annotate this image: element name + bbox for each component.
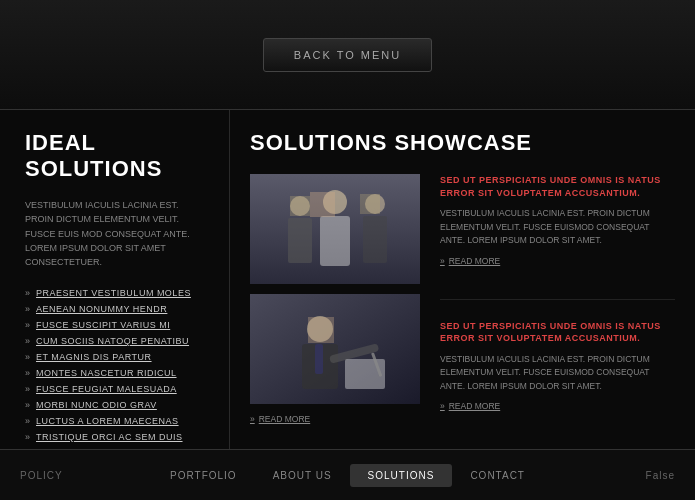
link-5[interactable]: ET MAGNIS DIS PARTUR [36,352,152,362]
intro-text: VESTIBULUM IACULIS LACINIA EST. PROIN DI… [25,198,209,270]
list-item: » PRAESENT VESTIBULUM MOLES [25,288,209,298]
nav-about[interactable]: ABOUT US [255,465,350,486]
list-item: » FUSCE SUSCIPIT VARIUS MI [25,320,209,330]
nav-contact[interactable]: CONTACT [452,465,543,486]
list-item: » MORBI NUNC ODIO GRAV [25,400,209,410]
showcase-item-2-heading: SED UT PERSPICIATIS UNDE OMNIS IS NATUS … [440,320,675,345]
link-1[interactable]: PRAESENT VESTIBULUM MOLES [36,288,191,298]
arrow-icon: » [25,352,30,362]
svg-rect-3 [320,216,350,266]
showcase-text-col: SED UT PERSPICIATIS UNDE OMNIS IS NATUS … [440,174,675,424]
svg-rect-9 [290,196,310,216]
chevron-icon: » [440,401,445,411]
link-9[interactable]: LUCTUS A LOREM MAECENAS [36,416,179,426]
chevron-icon: » [440,256,445,266]
nav-portfolio[interactable]: PORTFOLIO [152,465,255,486]
bottom-nav: POLICY PORTFOLIO ABOUT US SOLUTIONS CONT… [0,450,695,500]
chevron-icon: » [250,414,255,424]
showcase-grid: » READ MORE SED UT PERSPICIATIS UNDE OMN… [250,174,675,424]
left-panel-title: IDEAL SOLUTIONS [25,130,209,183]
right-panel: SOLUTIONS SHOWCASE [230,110,695,449]
main-content: IDEAL SOLUTIONS VESTIBULUM IACULIS LACIN… [0,110,695,450]
showcase-item-2-body: VESTIBULUM IACULIS LACINIA EST. PROIN DI… [440,353,675,394]
arrow-icon: » [25,416,30,426]
read-more-bottom[interactable]: » READ MORE [250,414,420,424]
link-4[interactable]: CUM SOCIIS NATOQE PENATIBU [36,336,189,346]
nav-items: PORTFOLIO ABOUT US SOLUTIONS CONTACT [80,464,615,487]
showcase-item-1-body: VESTIBULUM IACULIS LACINIA EST. PROIN DI… [440,207,675,248]
showcase-images: » READ MORE [250,174,420,424]
link-7[interactable]: FUSCE FEUGIAT MALESUADA [36,384,177,394]
left-panel: IDEAL SOLUTIONS VESTIBULUM IACULIS LACIN… [0,110,230,449]
right-panel-title: SOLUTIONS SHOWCASE [250,130,675,156]
showcase-image-1 [250,174,420,284]
showcase-item-1-heading: SED UT PERSPICIATIS UNDE OMNIS IS NATUS … [440,174,675,199]
nav-policy[interactable]: POLICY [20,470,80,481]
link-10[interactable]: TRISTIQUE ORCI AC SEM DUIS [36,432,183,442]
read-more-1[interactable]: » READ MORE [440,256,675,266]
arrow-icon: » [25,432,30,442]
arrow-icon: » [25,336,30,346]
divider [440,299,675,300]
link-8[interactable]: MORBI NUNC ODIO GRAV [36,400,157,410]
nav-solutions[interactable]: SOLUTIONS [350,464,453,487]
svg-rect-10 [360,194,380,214]
arrow-icon: » [25,384,30,394]
read-more-2[interactable]: » READ MORE [440,401,675,411]
link-3[interactable]: FUSCE SUSCIPIT VARIUS MI [36,320,170,330]
arrow-icon: » [25,400,30,410]
list-item: » TRISTIQUE ORCI AC SEM DUIS [25,432,209,442]
svg-rect-5 [288,218,312,263]
list-item: » AENEAN NONUMMY HENDR [25,304,209,314]
list-item: » MONTES NASCETUR RIDICUL [25,368,209,378]
links-list: » PRAESENT VESTIBULUM MOLES » AENEAN NON… [25,288,209,442]
svg-rect-16 [315,344,323,374]
arrow-icon: » [25,288,30,298]
top-bar: BACK TO MENU [0,0,695,110]
showcase-item-2: SED UT PERSPICIATIS UNDE OMNIS IS NATUS … [440,320,675,425]
showcase-item-1: SED UT PERSPICIATIS UNDE OMNIS IS NATUS … [440,174,675,279]
svg-rect-19 [308,317,334,343]
svg-rect-8 [310,192,335,217]
back-to-menu-button[interactable]: BACK TO MENU [263,38,432,72]
list-item: » ET MAGNIS DIS PARTUR [25,352,209,362]
arrow-icon: » [25,320,30,330]
svg-rect-7 [363,216,387,263]
nav-extra: False [615,470,675,481]
arrow-icon: » [25,368,30,378]
list-item: » CUM SOCIIS NATOQE PENATIBU [25,336,209,346]
list-item: » LUCTUS A LOREM MAECENAS [25,416,209,426]
list-item: » FUSCE FEUGIAT MALESUADA [25,384,209,394]
showcase-image-2 [250,294,420,404]
link-6[interactable]: MONTES NASCETUR RIDICUL [36,368,177,378]
arrow-icon: » [25,304,30,314]
link-2[interactable]: AENEAN NONUMMY HENDR [36,304,167,314]
